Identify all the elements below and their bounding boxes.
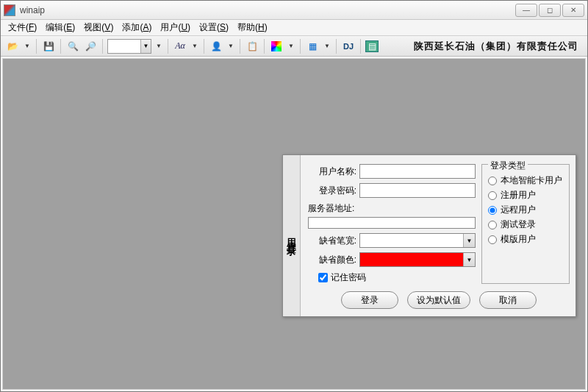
close-button[interactable]: ✕ <box>562 4 584 17</box>
remember-checkbox[interactable] <box>318 273 328 282</box>
password-input[interactable] <box>359 183 476 198</box>
workspace: 用户登录 用户名称: 登录密码: 服务器地址: <box>2 58 586 390</box>
login-type-legend: 登录类型 <box>488 160 528 172</box>
app-icon <box>4 4 15 16</box>
color-dropdown[interactable]: ▼ <box>287 43 295 49</box>
user-dropdown[interactable]: ▼ <box>226 43 235 49</box>
binoculars-icon[interactable]: 🔍 <box>65 39 80 54</box>
menu-edit[interactable]: 编辑(E) <box>41 20 79 35</box>
maximize-button[interactable]: ◻ <box>539 4 561 17</box>
menu-add[interactable]: 添加(A) <box>118 20 156 35</box>
save-icon[interactable]: 💾 <box>41 39 56 54</box>
open-dropdown[interactable]: ▼ <box>23 43 32 49</box>
login-button[interactable]: 登录 <box>341 291 398 309</box>
find-icon[interactable]: 🔎 <box>83 39 98 54</box>
server-label: 服务器地址: <box>308 202 357 215</box>
login-type-group: 登录类型 本地智能卡用户 注册用户 远程用户 测试登录 模版用户 <box>481 164 570 284</box>
menu-help[interactable]: 帮助(H) <box>233 20 272 35</box>
server-input[interactable] <box>308 217 476 229</box>
menu-file[interactable]: 文件(F) <box>4 20 41 35</box>
dialog-title: 用户登录 <box>283 155 301 316</box>
app-window: winaip — ◻ ✕ 文件(F) 编辑(E) 视图(V) 添加(A) 用户(… <box>0 0 588 392</box>
window-title: winaip <box>20 5 515 15</box>
password-label: 登录密码: <box>308 185 359 197</box>
cancel-button[interactable]: 取消 <box>479 291 537 309</box>
menu-view[interactable]: 视图(V) <box>79 20 118 35</box>
set-default-button[interactable]: 设为默认值 <box>407 291 470 309</box>
menubar: 文件(F) 编辑(E) 视图(V) 添加(A) 用户(U) 设置(S) 帮助(H… <box>1 20 587 36</box>
tool-extra-icon[interactable]: ▤ <box>365 40 379 52</box>
toolbar: 📂 ▼ 💾 🔍 🔎 ▼ ▼ Aα ▼ 👤 ▼ 📋 ▼ ▦ ▼ DJ ▤ 陕西延长… <box>1 36 587 57</box>
login-dialog: 用户登录 用户名称: 登录密码: 服务器地址: <box>282 154 576 317</box>
radio-remote[interactable] <box>488 206 497 215</box>
dj-icon[interactable]: DJ <box>341 39 356 54</box>
menu-user[interactable]: 用户(U) <box>156 20 195 35</box>
radio-test[interactable] <box>488 221 497 229</box>
radio-registered[interactable] <box>488 191 497 200</box>
username-input[interactable] <box>359 164 476 179</box>
open-icon[interactable]: 📂 <box>5 39 20 54</box>
color-label: 缺省颜色: <box>308 254 359 266</box>
radio-smartcard[interactable] <box>488 177 497 185</box>
company-name: 陕西延长石油（集团）有限责任公司 <box>414 40 583 53</box>
font-dropdown[interactable]: ▼ <box>190 43 199 49</box>
radio-template[interactable] <box>488 235 497 244</box>
toolbar-combo[interactable]: ▼ <box>107 39 151 54</box>
menu-settings[interactable]: 设置(S) <box>195 20 233 35</box>
layout-icon[interactable]: ▦ <box>305 39 320 54</box>
combo-dropdown[interactable]: ▼ <box>154 43 163 49</box>
titlebar: winaip — ◻ ✕ <box>1 1 587 20</box>
user-icon[interactable]: 👤 <box>209 39 223 54</box>
penwidth-label: 缺省笔宽: <box>308 235 359 247</box>
stamp-icon[interactable]: 📋 <box>245 39 259 54</box>
layout-dropdown[interactable]: ▼ <box>323 43 331 49</box>
username-label: 用户名称: <box>308 165 359 178</box>
color-picker-icon[interactable] <box>269 39 284 54</box>
color-combo[interactable]: ▼ <box>359 252 476 267</box>
remember-label: 记住密码 <box>331 271 366 284</box>
font-icon[interactable]: Aα <box>173 39 187 54</box>
minimize-button[interactable]: — <box>515 4 537 17</box>
penwidth-combo[interactable]: ▼ <box>359 233 476 248</box>
